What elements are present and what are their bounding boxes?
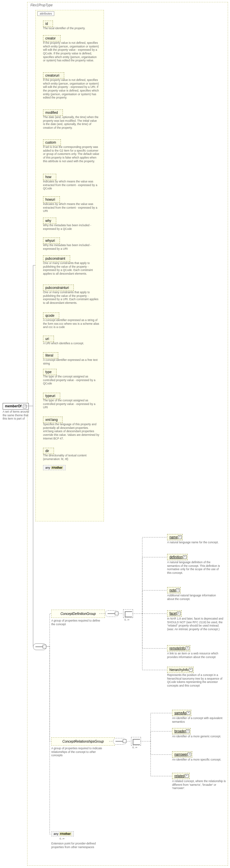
- attr-type-doc: The type of the concept assigned as cont…: [43, 375, 99, 385]
- attr-type[interactable]: type: [43, 369, 56, 375]
- attr-label: how: [45, 175, 51, 179]
- attr-creator-doc: If the property value is not defined, sp…: [43, 41, 99, 62]
- el-broader-doc: An identifier of a more generic concept.: [172, 735, 228, 738]
- group-ConceptRelationshipsGroup[interactable]: ConceptRelationshipsGroup: [51, 737, 115, 746]
- expand-icon[interactable]: +: [186, 730, 190, 733]
- el-definition[interactable]: definition+: [167, 554, 188, 560]
- attr-typeuri-doc: The type of the concept assigned as cont…: [43, 399, 99, 409]
- expand-icon[interactable]: +: [188, 752, 191, 756]
- attr-literal[interactable]: literal: [43, 352, 58, 359]
- el-label: sameAs: [175, 711, 186, 715]
- attr-dir-doc: The directionality of textual content (e…: [43, 454, 99, 461]
- element-label: memberOf: [5, 404, 22, 408]
- attr-label: xml:lang: [45, 418, 58, 422]
- expand-icon[interactable]: +: [187, 711, 190, 715]
- attr-qcode-doc: A concept identifier expressed as a stri…: [43, 318, 99, 329]
- expand-icon[interactable]: −: [23, 405, 27, 408]
- expand-icon[interactable]: +: [183, 555, 187, 559]
- attr-label: pubconstrainturi: [45, 286, 69, 289]
- group-ConceptDefinitionGroup[interactable]: ConceptDefinitionGroup: [51, 610, 105, 618]
- el-facet[interactable]: facet+: [167, 610, 182, 617]
- content-any-other[interactable]: any ##other: [51, 831, 74, 836]
- any-ns: ##other: [51, 466, 63, 469]
- attr-howuri-doc: Indicates by which means the value was e…: [43, 202, 99, 213]
- attr-creatoruri-doc: If the property value is not defined, sp…: [43, 78, 99, 99]
- el-facet-doc: In NAR 1.8 and later, facet is deprecate…: [167, 617, 223, 631]
- attr-creator[interactable]: creator: [43, 35, 61, 41]
- sequence-connector-def: [105, 610, 118, 617]
- el-label: related: [175, 774, 185, 778]
- attr-modified-doc: The date (and, optionally, the time) whe…: [43, 116, 99, 130]
- any-label: any: [45, 466, 50, 469]
- expand-icon[interactable]: +: [178, 535, 182, 539]
- attr-label: custom: [45, 141, 56, 144]
- group-label: ConceptDefinitionGroup: [61, 612, 96, 616]
- attr-qcode[interactable]: qcode: [43, 312, 59, 319]
- element-memberOf[interactable]: memberOf−: [3, 403, 29, 410]
- group-def-doc: A group of properties required to define…: [51, 619, 101, 626]
- attr-label: whyuri: [45, 239, 55, 243]
- sequence-connector-rel: [113, 738, 126, 745]
- attr-custom-doc: If set to true the corresponding propert…: [43, 145, 99, 163]
- occurrence-rel: 0..∞: [132, 746, 137, 749]
- el-narrower[interactable]: narrower+: [172, 751, 192, 757]
- attr-label: pubconstraint: [45, 257, 65, 260]
- expand-icon[interactable]: +: [177, 612, 181, 615]
- attr-pubconstrainturi[interactable]: pubconstrainturi: [43, 285, 74, 291]
- attr-label: creatoruri: [45, 74, 59, 77]
- attr-id-doc: The local identifier of the property.: [43, 27, 99, 30]
- attr-howuri[interactable]: howuri: [43, 196, 60, 203]
- el-remoteInfo-doc: A link to an item or a web resource whic…: [167, 652, 223, 659]
- el-label: name: [169, 535, 178, 539]
- el-hierarchyInfo[interactable]: hierarchyInfo+: [167, 667, 194, 673]
- attributes-header: attributes: [37, 11, 54, 16]
- attr-label: howuri: [45, 198, 55, 201]
- attr-uri-doc: A URI which identifies a concept.: [43, 342, 99, 345]
- attr-typeuri[interactable]: typeuri: [43, 393, 60, 399]
- el-broader[interactable]: broader+: [172, 728, 191, 734]
- attr-why[interactable]: why: [43, 218, 56, 224]
- attr-pubconstraint[interactable]: pubconstraint: [43, 255, 70, 262]
- expand-icon[interactable]: +: [185, 774, 189, 778]
- expand-icon[interactable]: +: [176, 588, 180, 592]
- attr-any-other[interactable]: any ##other: [43, 465, 66, 470]
- el-note[interactable]: note+: [167, 587, 181, 593]
- any-ns: ##other: [59, 832, 72, 836]
- attr-dir[interactable]: dir: [43, 448, 54, 454]
- attr-id[interactable]: id: [43, 21, 53, 27]
- attr-label: modified: [45, 111, 58, 115]
- attr-whyuri[interactable]: whyuri: [43, 238, 60, 244]
- el-sameAs-doc: An identifier of a concept with equivale…: [172, 716, 228, 723]
- any-label: any: [53, 832, 59, 836]
- el-label: note: [169, 588, 176, 592]
- attr-custom[interactable]: custom: [43, 139, 61, 146]
- attr-literal-doc: A concept identifier expressed as a free…: [43, 358, 99, 365]
- attr-whyuri-doc: Why the metadata has been included - exp…: [43, 244, 99, 250]
- el-remoteInfo[interactable]: remoteInfo+: [167, 645, 190, 651]
- el-name-doc: A natural language name for the concept.: [167, 540, 223, 544]
- el-label: definition: [169, 555, 183, 559]
- el-label: narrower: [175, 752, 187, 756]
- el-related[interactable]: related+: [172, 773, 190, 779]
- attr-label: qcode: [45, 314, 54, 317]
- el-sameAs[interactable]: sameAs+: [172, 710, 191, 716]
- attr-modified[interactable]: modified: [43, 110, 63, 116]
- attr-pubconstrainturi-doc: One or many constraints that apply to pu…: [43, 290, 99, 305]
- doc-memberOf: A set of items around the same theme tha…: [3, 410, 31, 421]
- attr-xmllang[interactable]: xml:lang: [43, 416, 63, 423]
- el-label: remoteInfo: [169, 646, 185, 650]
- el-note-doc: Additional natural language information …: [167, 594, 223, 601]
- attr-label: creator: [45, 36, 55, 40]
- expand-icon[interactable]: +: [189, 668, 193, 672]
- el-label: facet: [169, 612, 177, 615]
- el-related-doc: A related concept, where the relationshi…: [172, 779, 228, 790]
- attr-uri[interactable]: uri: [43, 336, 54, 342]
- attr-how[interactable]: how: [43, 174, 56, 180]
- attr-xmllang-doc: Specifies the language of this property …: [43, 423, 99, 440]
- expand-icon[interactable]: +: [186, 646, 189, 650]
- attr-label: typeuri: [45, 394, 55, 398]
- attr-label: uri: [45, 337, 49, 341]
- attr-pubconstraint-doc: One or many constraints that apply to pu…: [43, 261, 99, 276]
- el-name[interactable]: name+: [167, 534, 183, 540]
- attr-creatoruri[interactable]: creatoruri: [43, 72, 64, 79]
